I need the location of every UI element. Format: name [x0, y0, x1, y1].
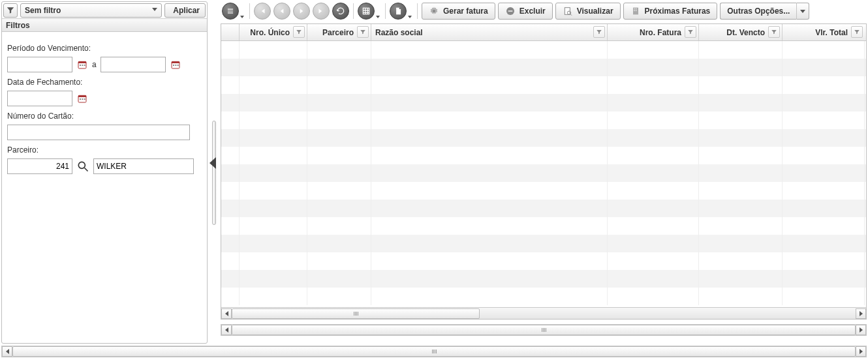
filter-icon[interactable] [768, 26, 780, 38]
panel-horizontal-scrollbar[interactable] [221, 324, 867, 336]
col-vlr-total[interactable]: Vlr. Total [783, 24, 865, 40]
filter-icon[interactable] [293, 26, 305, 38]
parceiro-code-input[interactable] [7, 158, 72, 174]
nav-last-button[interactable] [313, 3, 330, 20]
col-dt-vencto[interactable]: Dt. Vencto [699, 24, 783, 40]
chevron-down-icon[interactable] [408, 16, 412, 18]
nav-next-button[interactable] [293, 3, 310, 20]
chevron-down-icon[interactable] [376, 16, 380, 18]
prev-icon [277, 7, 287, 16]
table-row [221, 200, 866, 217]
search-icon[interactable] [76, 160, 89, 173]
nav-first-button[interactable] [254, 3, 271, 20]
svg-rect-4 [84, 65, 85, 66]
excluir-label: Excluir [519, 7, 546, 16]
col-checkbox[interactable] [221, 24, 240, 40]
building-icon [630, 6, 641, 16]
excluir-button[interactable]: Excluir [498, 3, 553, 20]
col-razao-social[interactable]: Razão social [371, 24, 608, 40]
proximas-faturas-button[interactable]: Próximas Faturas [623, 3, 718, 20]
chevron-down-icon[interactable] [240, 16, 244, 18]
last-icon [317, 7, 326, 16]
apply-label: Aplicar [173, 6, 200, 15]
data-fechamento-input[interactable] [7, 91, 72, 106]
svg-rect-17 [363, 8, 369, 14]
svg-rect-7 [173, 65, 174, 66]
grid-horizontal-scrollbar[interactable] [221, 307, 866, 319]
periodo-sep: a [92, 60, 97, 69]
table-row [221, 147, 866, 164]
refresh-button[interactable] [332, 3, 349, 20]
col-nro-fatura[interactable]: Nro. Fatura [608, 24, 699, 40]
table-row [221, 217, 866, 235]
minus-circle-icon [505, 6, 516, 16]
numero-cartao-input[interactable] [7, 125, 190, 140]
outras-opcoes-dropdown[interactable] [796, 3, 809, 20]
svg-rect-25 [634, 8, 634, 9]
filters-title: Filtros [2, 19, 207, 32]
grid-icon [362, 7, 371, 16]
parceiro-name-input[interactable] [93, 158, 194, 174]
calendar-icon[interactable] [76, 59, 88, 70]
outras-opcoes-button[interactable]: Outras Opções... [720, 3, 796, 20]
nav-prev-button[interactable] [273, 3, 290, 20]
filter-icon[interactable] [851, 26, 863, 38]
periodo-start-input[interactable] [7, 57, 72, 72]
svg-rect-28 [636, 10, 636, 11]
menu-button[interactable] [222, 3, 239, 20]
filter-preset-label: Sem filtro [25, 6, 61, 15]
table-row [221, 94, 866, 112]
panel-splitter[interactable] [209, 1, 219, 344]
svg-rect-26 [636, 8, 636, 9]
svg-rect-8 [175, 65, 176, 66]
filter-icon[interactable] [357, 26, 369, 38]
filter-preset-select[interactable]: Sem filtro [20, 3, 162, 18]
svg-rect-2 [80, 65, 81, 66]
chevron-down-icon [800, 10, 805, 13]
next-icon [297, 7, 306, 16]
filter-manage-button[interactable] [3, 3, 18, 18]
preview-icon [563, 6, 573, 16]
col-nro-unico[interactable]: Nro. Único [240, 24, 307, 40]
svg-rect-13 [82, 98, 83, 100]
outras-opcoes-splitbutton: Outras Opções... [720, 3, 809, 20]
arrow-left-icon [225, 311, 228, 316]
grid-body [221, 41, 866, 307]
table-row [221, 270, 866, 288]
visualizar-label: Visualizar [577, 7, 613, 16]
svg-rect-3 [82, 65, 83, 66]
funnel-gear-icon [6, 6, 15, 15]
svg-rect-12 [80, 98, 81, 100]
arrow-right-icon [860, 327, 863, 333]
first-icon [258, 7, 267, 16]
export-button[interactable] [390, 3, 407, 20]
gerar-fatura-label: Gerar fatura [443, 7, 488, 16]
apply-filter-button[interactable]: Aplicar [164, 3, 206, 18]
proximas-faturas-label: Próximas Faturas [645, 7, 711, 16]
grid-settings-button[interactable] [358, 3, 375, 20]
svg-rect-14 [84, 98, 85, 100]
svg-line-16 [85, 168, 88, 172]
table-row [221, 129, 866, 147]
svg-line-23 [570, 14, 572, 16]
filter-icon[interactable] [685, 26, 696, 38]
window-horizontal-scrollbar[interactable] [1, 346, 867, 357]
col-parceiro[interactable]: Parceiro [307, 24, 371, 40]
svg-rect-9 [177, 65, 178, 66]
outras-opcoes-label: Outras Opções... [727, 7, 790, 16]
filter-icon[interactable] [593, 26, 605, 38]
table-row [221, 59, 866, 76]
arrow-left-icon [6, 349, 9, 354]
calendar-icon[interactable] [76, 93, 88, 104]
visualizar-button[interactable]: Visualizar [555, 3, 621, 20]
calendar-icon[interactable] [170, 59, 181, 70]
table-row [221, 41, 866, 59]
periodo-end-input[interactable] [101, 57, 166, 72]
table-row [221, 164, 866, 182]
data-fechamento-label: Data de Fechamento: [7, 78, 202, 87]
svg-rect-11 [78, 95, 86, 97]
gear-icon [429, 6, 439, 16]
parceiro-label: Parceiro: [7, 145, 202, 155]
svg-point-15 [78, 162, 85, 168]
gerar-fatura-button[interactable]: Gerar fatura [422, 3, 495, 20]
